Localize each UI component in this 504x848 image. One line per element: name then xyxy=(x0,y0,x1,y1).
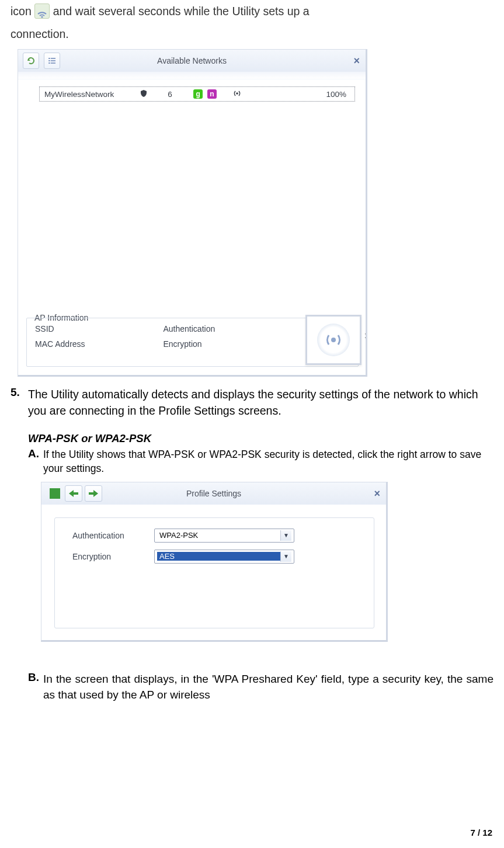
back-button[interactable] xyxy=(65,485,82,502)
intro-paragraph: icon and wait several seconds while the … xyxy=(11,0,493,46)
sub-text-a: If the Utility shows that WPA-PSK or WPA… xyxy=(43,447,493,476)
forward-button[interactable] xyxy=(85,485,102,502)
connection-badge xyxy=(305,315,362,365)
ssid-label: SSID xyxy=(35,324,161,339)
window-header: Profile Settings × xyxy=(41,482,386,505)
wpa-heading: WPA-PSK or WPA2-PSK xyxy=(28,432,493,445)
enc-label: Encryption xyxy=(164,339,290,355)
svg-rect-2 xyxy=(51,58,55,59)
close-icon[interactable]: × xyxy=(353,55,360,67)
close-icon[interactable]: × xyxy=(374,487,380,499)
step-text: The Utility automatically detects and di… xyxy=(28,386,493,419)
ap-info-panel: AP Information SSID Authentication MAC A… xyxy=(26,318,359,367)
svg-rect-4 xyxy=(51,60,55,61)
svg-rect-3 xyxy=(48,60,50,61)
svg-rect-1 xyxy=(48,58,50,59)
sub-step-b: B. In the screen that displays, in the '… xyxy=(28,671,493,703)
mode-badges: g n xyxy=(185,89,225,99)
intro-rest-2: connection. xyxy=(11,27,69,40)
step-5: 5. The Utility automatically detects and… xyxy=(11,386,493,419)
encryption-value: AES xyxy=(157,552,280,561)
window-header: Available Networks × xyxy=(18,50,366,72)
stop-button[interactable] xyxy=(47,486,62,501)
authentication-dropdown[interactable]: WPA2-PSK ▼ xyxy=(154,529,294,543)
stray-colon: : xyxy=(364,331,367,340)
sub-letter-b: B. xyxy=(28,671,43,703)
page-number: 7 xyxy=(470,828,475,837)
svg-point-8 xyxy=(331,338,336,342)
refresh-button[interactable] xyxy=(23,53,39,69)
wifi-g-icon: g xyxy=(193,89,203,99)
wifi-n-icon: n xyxy=(207,89,217,99)
sub-step-a: A. If the Utility shows that WPA-PSK or … xyxy=(28,447,493,476)
svg-rect-5 xyxy=(48,62,50,64)
encryption-label: Encryption xyxy=(72,552,154,561)
intro-prefix: icon xyxy=(11,5,32,18)
window-title: Available Networks xyxy=(157,56,227,65)
chevron-down-icon: ▼ xyxy=(280,551,291,562)
sub-section: WPA-PSK or WPA2-PSK A. If the Utility sh… xyxy=(11,432,493,703)
wifi-badge-icon xyxy=(317,324,350,356)
sub-text-b: In the screen that displays, in the 'WPA… xyxy=(43,671,493,703)
signal-icon xyxy=(232,89,250,100)
list-view-button[interactable] xyxy=(44,53,60,69)
sub-letter-a: A. xyxy=(28,447,43,476)
security-icon xyxy=(132,89,155,99)
available-networks-window: Available Networks × MyWirelessNetwork 6… xyxy=(18,49,367,377)
signal-percent: 100% xyxy=(253,90,350,99)
encryption-dropdown[interactable]: AES ▼ xyxy=(154,550,294,564)
svg-point-7 xyxy=(236,92,238,95)
divider xyxy=(18,72,366,79)
page-footer: 7 / 12 xyxy=(470,828,492,837)
profile-settings-window: Profile Settings × Authentication WPA2-P… xyxy=(41,482,388,642)
network-ssid: MyWirelessNetwork xyxy=(44,90,132,99)
auth-label: Authentication xyxy=(164,324,290,339)
network-list: MyWirelessNetwork 6 g n 100% xyxy=(18,79,366,102)
authentication-value: WPA2-PSK xyxy=(157,531,280,540)
intro-rest-1: and wait several seconds while the Utili… xyxy=(53,5,310,18)
network-list-body xyxy=(18,102,366,318)
svg-point-0 xyxy=(41,16,43,18)
authentication-label: Authentication xyxy=(72,531,154,540)
mac-label: MAC Address xyxy=(35,339,161,355)
chevron-down-icon: ▼ xyxy=(280,530,291,541)
network-channel: 6 xyxy=(155,90,185,99)
step-number: 5. xyxy=(11,386,28,419)
document-page: icon and wait several seconds while the … xyxy=(0,0,504,848)
page-total: 12 xyxy=(482,828,492,837)
window-title: Profile Settings xyxy=(186,489,241,498)
settings-panel: Authentication WPA2-PSK ▼ Encryption AES… xyxy=(54,517,374,628)
network-row-selected[interactable]: MyWirelessNetwork 6 g n 100% xyxy=(39,86,355,102)
svg-rect-6 xyxy=(51,62,55,64)
wireless-icon xyxy=(34,4,50,19)
